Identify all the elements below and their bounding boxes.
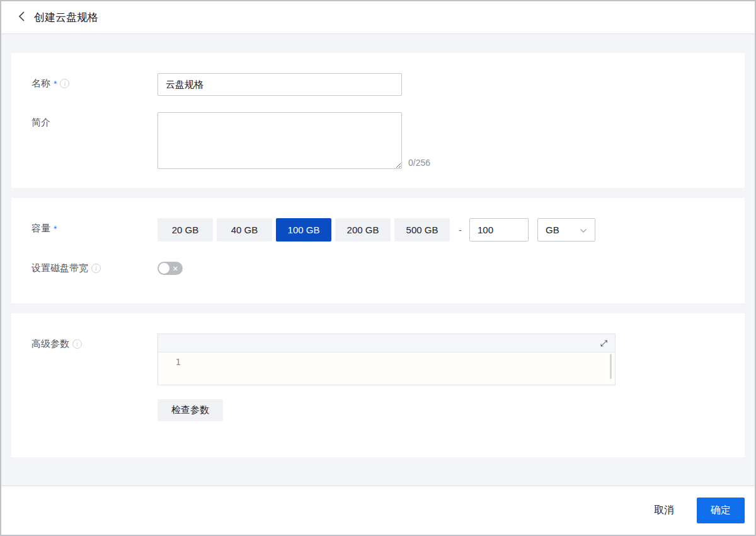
capacity-row: 容量 * 20 GB40 GB100 GB200 GB500 GB - GB [32, 218, 724, 242]
capacity-option-200gb[interactable]: 200 GB [335, 218, 391, 242]
advanced-params-editor: ⤢ 1 [158, 334, 616, 385]
capacity-option-40gb[interactable]: 40 GB [217, 218, 272, 242]
name-row: 名称 * i [32, 73, 724, 96]
disk-bandwidth-toggle[interactable]: ✕ [158, 262, 183, 275]
back-button[interactable] [14, 10, 29, 25]
required-asterisk: * [54, 224, 57, 234]
name-label: 名称 [32, 78, 50, 90]
info-icon[interactable]: i [72, 339, 82, 349]
description-label: 简介 [32, 117, 50, 129]
line-number: 1 [158, 352, 188, 385]
name-input[interactable] [158, 73, 402, 96]
name-label-group: 名称 * i [32, 73, 158, 90]
code-input-area[interactable] [188, 352, 615, 385]
action-footer: 取消 确定 [1, 486, 755, 535]
form-content: 名称 * i 简介 0/256 容量 * 20 GB40 GB100 GB200… [1, 34, 755, 486]
capacity-option-100gb[interactable]: 100 GB [276, 218, 331, 242]
advanced-label: 高级参数 [32, 338, 69, 350]
custom-size-input[interactable] [469, 218, 529, 242]
bandwidth-row: 设置磁盘带宽 i ✕ [32, 258, 724, 275]
expand-icon[interactable]: ⤢ [600, 339, 607, 347]
capacity-option-20gb[interactable]: 20 GB [158, 218, 213, 242]
info-icon[interactable]: i [60, 79, 69, 88]
page-title: 创建云盘规格 [34, 10, 98, 25]
editor-toolbar: ⤢ [158, 334, 615, 352]
char-counter: 0/256 [408, 158, 430, 169]
editor-scrollbar[interactable] [610, 354, 612, 379]
unit-select[interactable]: GB [537, 218, 595, 242]
capacity-label: 容量 [32, 223, 50, 235]
basic-info-card: 名称 * i 简介 0/256 [11, 53, 745, 188]
advanced-label-group: 高级参数 i [32, 334, 158, 350]
info-icon[interactable]: i [91, 264, 101, 273]
editor-body: 1 [158, 352, 615, 385]
toggle-knob [159, 263, 169, 274]
confirm-button[interactable]: 确定 [697, 498, 745, 523]
range-separator: - [459, 224, 462, 235]
capacity-option-group: 20 GB40 GB100 GB200 GB500 GB [158, 218, 450, 242]
advanced-params-card: 高级参数 i ⤢ 1 检查参数 [11, 313, 745, 457]
check-params-button[interactable]: 检查参数 [158, 399, 223, 421]
advanced-row: 高级参数 i ⤢ 1 检查参数 [32, 334, 724, 421]
description-row: 简介 0/256 [32, 112, 724, 169]
page-header: 创建云盘规格 [1, 1, 755, 34]
bandwidth-label-group: 设置磁盘带宽 i [32, 258, 158, 274]
toggle-off-icon: ✕ [173, 265, 178, 272]
cancel-button[interactable]: 取消 [654, 504, 674, 517]
unit-select-value: GB [546, 224, 559, 235]
capacity-option-500gb[interactable]: 500 GB [394, 218, 450, 242]
required-asterisk: * [54, 79, 57, 89]
capacity-label-group: 容量 * [32, 218, 158, 235]
capacity-card: 容量 * 20 GB40 GB100 GB200 GB500 GB - GB 设… [11, 198, 745, 303]
chevron-left-icon [18, 11, 25, 25]
description-label-group: 简介 [32, 112, 158, 129]
description-textarea[interactable] [158, 112, 402, 169]
bandwidth-label: 设置磁盘带宽 [32, 262, 88, 274]
chevron-down-icon [580, 224, 587, 235]
